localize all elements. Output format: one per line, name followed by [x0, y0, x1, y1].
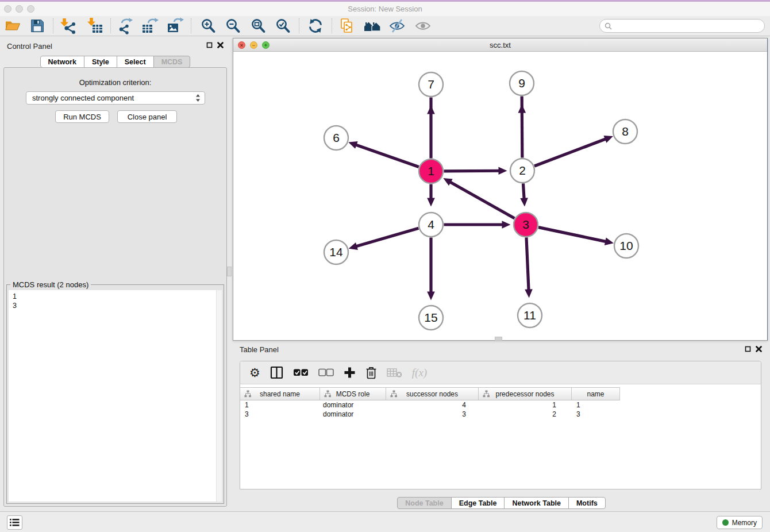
table-cell[interactable]: dominator [320, 410, 386, 418]
table-cell[interactable]: dominator [320, 401, 386, 409]
search-input[interactable] [615, 21, 760, 30]
table-panel: Table Panel ⚙ f(x) shared nameMCDS roles… [233, 342, 770, 511]
close-panel-icon[interactable] [756, 346, 762, 352]
graph-edge-4-14[interactable] [355, 228, 418, 246]
table-cell[interactable]: 3 [572, 410, 620, 418]
svg-text:15: 15 [424, 311, 437, 324]
export-table-icon[interactable] [140, 17, 160, 35]
network-view-title: scc.txt [233, 41, 767, 49]
memory-button[interactable]: Memory [717, 516, 763, 529]
node-table-header: shared nameMCDS rolesuccessor nodesprede… [240, 387, 620, 400]
column-type-icon [390, 390, 398, 398]
column-type-icon [244, 390, 252, 398]
graph-node-2[interactable]: 2 [510, 159, 534, 183]
table-panel-window-controls [745, 346, 762, 352]
apply-layout-icon[interactable] [306, 17, 325, 35]
open-session-icon[interactable] [3, 17, 22, 35]
table-row[interactable]: 1dominator411 [240, 400, 761, 410]
graph-node-11[interactable]: 11 [518, 303, 542, 327]
table-cell[interactable]: 1 [479, 401, 572, 409]
edge-arrowhead [427, 292, 435, 300]
table-cell[interactable]: 1 [240, 401, 320, 409]
table-settings-icon[interactable]: ⚙ [249, 367, 260, 379]
graph-node-8[interactable]: 8 [613, 119, 637, 144]
mcds-result-title: MCDS result (2 nodes) [10, 280, 91, 289]
network-graph-canvas[interactable]: 7968124314101511 [233, 52, 767, 340]
result-scrollbar[interactable] [216, 290, 222, 502]
graph-edge-3-11[interactable] [526, 237, 529, 291]
export-network-icon[interactable] [116, 17, 135, 35]
graph-node-1[interactable]: 1 [419, 159, 443, 183]
table-cell[interactable]: 1 [572, 401, 620, 409]
task-list-button[interactable] [7, 515, 22, 530]
zoom-out-icon[interactable] [223, 17, 242, 35]
graph-edge-1-2[interactable] [444, 171, 500, 171]
svg-text:4: 4 [428, 218, 434, 231]
horizontal-splitter-handle[interactable] [495, 337, 502, 341]
column-header-MCDS-role[interactable]: MCDS role [320, 388, 386, 400]
float-panel-icon[interactable] [206, 42, 213, 48]
graph-node-7[interactable]: 7 [419, 72, 443, 97]
close-panel-button[interactable]: Close panel [117, 110, 177, 123]
graph-node-3[interactable]: 3 [514, 213, 538, 237]
edge-arrowhead [349, 242, 358, 250]
table-tab-network-table[interactable]: Network Table [504, 497, 569, 509]
graph-edge-3-1[interactable] [449, 182, 515, 218]
control-panel: Control Panel NetworkStyleSelectMCDS Opt… [0, 38, 230, 507]
tab-mcds[interactable]: MCDS [153, 56, 191, 68]
table-cell[interactable]: 3 [386, 410, 479, 418]
delete-column-icon[interactable] [387, 367, 402, 378]
show-columns-icon[interactable] [270, 366, 283, 379]
graph-node-9[interactable]: 9 [510, 71, 534, 95]
graph-edge-1-6[interactable] [355, 144, 419, 167]
svg-text:8: 8 [622, 125, 629, 138]
table-tab-motifs[interactable]: Motifs [568, 497, 606, 509]
import-network-icon[interactable] [58, 17, 78, 35]
graph-node-10[interactable]: 10 [614, 234, 638, 258]
zoom-fit-icon[interactable] [248, 17, 268, 35]
import-table-icon[interactable] [85, 17, 105, 35]
graph-node-14[interactable]: 14 [324, 240, 348, 264]
graph-edge-2-3[interactable] [523, 183, 524, 199]
zoom-in-icon[interactable] [198, 17, 218, 35]
column-type-icon [483, 390, 490, 398]
table-panel-title: Table Panel [240, 345, 279, 354]
tab-network[interactable]: Network [40, 56, 84, 68]
column-header-name[interactable]: name [572, 388, 620, 400]
graph-node-6[interactable]: 6 [324, 126, 348, 150]
run-mcds-button[interactable]: Run MCDS [55, 110, 109, 123]
network-window-titlebar[interactable]: × − + scc.txt [233, 38, 767, 52]
copy-network-icon[interactable] [337, 17, 357, 35]
graph-edge-3-10[interactable] [538, 228, 607, 242]
zoom-selected-icon[interactable] [273, 17, 292, 35]
table-cell[interactable]: 3 [240, 410, 320, 418]
vertical-splitter-handle[interactable] [227, 267, 232, 276]
table-row[interactable]: 3dominator323 [240, 410, 761, 419]
column-header-shared-name[interactable]: shared name [240, 388, 320, 400]
graph-node-15[interactable]: 15 [419, 306, 443, 330]
deselect-all-icon[interactable] [318, 368, 334, 377]
table-tab-edge-table[interactable]: Edge Table [451, 497, 505, 509]
table-cell[interactable]: 2 [479, 410, 572, 418]
table-cell[interactable]: 4 [386, 401, 479, 409]
graph-node-4[interactable]: 4 [419, 213, 443, 237]
tab-style[interactable]: Style [84, 56, 117, 68]
column-header-successor-nodes[interactable]: successor nodes [386, 388, 479, 400]
function-builder-icon[interactable]: f(x) [412, 367, 427, 379]
export-image-icon[interactable] [165, 17, 185, 35]
save-session-icon[interactable] [28, 17, 47, 35]
select-all-icon[interactable] [293, 368, 309, 377]
criterion-dropdown[interactable]: strongly connected component [26, 91, 205, 105]
delete-rows-icon[interactable] [365, 367, 377, 379]
add-column-icon[interactable] [344, 367, 356, 379]
tab-select[interactable]: Select [117, 56, 154, 68]
column-header-predecessor-nodes[interactable]: predecessor nodes [479, 388, 572, 400]
float-panel-icon[interactable] [745, 346, 751, 352]
home-icon[interactable] [363, 17, 382, 35]
show-graphics-details-icon[interactable] [413, 17, 433, 35]
hide-graphics-details-icon[interactable] [387, 17, 407, 35]
graph-edge-2-8[interactable] [534, 138, 607, 166]
table-tab-node-table[interactable]: Node Table [397, 497, 451, 509]
search-box[interactable] [599, 19, 765, 33]
close-panel-icon[interactable] [217, 42, 224, 48]
